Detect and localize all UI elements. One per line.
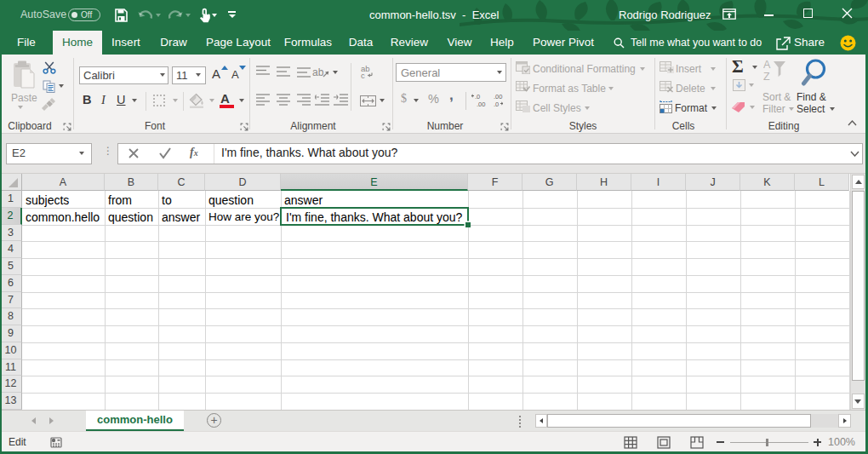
- svg-text:ab: ab: [312, 66, 324, 78]
- svg-text:Z: Z: [763, 71, 770, 81]
- svg-text:.0: .0: [475, 93, 480, 101]
- svg-text:.0: .0: [494, 101, 499, 107]
- svg-text:A: A: [763, 59, 771, 71]
- svg-text:c: c: [361, 71, 365, 78]
- svg-text:.00: .00: [494, 93, 502, 101]
- svg-text:.00: .00: [477, 101, 485, 107]
